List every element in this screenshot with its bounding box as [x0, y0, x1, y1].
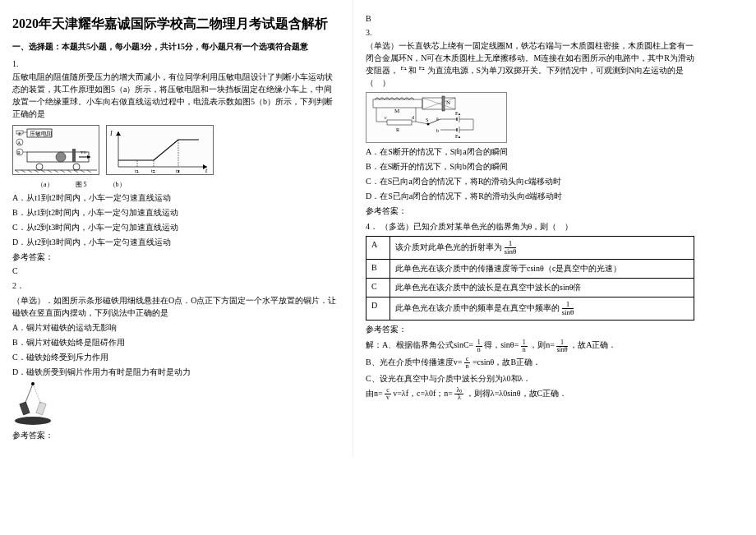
svg-text:R: R [396, 127, 399, 132]
svg-rect-27 [442, 96, 445, 111]
q4-body: （多选）已知介质对某单色光的临界角为θ，则（ ） [380, 222, 574, 231]
q4-expD-1: 由n= [366, 389, 383, 398]
q4-head: 4． （多选）已知介质对某单色光的临界角为θ，则（ ） [366, 220, 694, 233]
tick-t3: t₃ [176, 168, 180, 173]
q4-exp-d: 由n= c v v=λf，c=λ0f；n= λ₀ λ ，则得λ=λ0sinθ，故… [366, 387, 694, 401]
svg-text:E₁: E₁ [455, 111, 461, 116]
q4-rowA-text: 该介质对此单色光的折射率为 [395, 242, 502, 251]
q4-options-table: A 该介质对此单色光的折射率为 1 sinθ B 此单色光在该介质中的传播速度等… [366, 236, 694, 321]
svg-point-7 [56, 152, 66, 162]
q3-option-a: A．在S断开的情况下，S向a闭合的瞬间 [366, 146, 694, 158]
label-v0: v₀ [81, 149, 86, 155]
q4-expB-2: =csinθ，故B正确． [472, 357, 541, 367]
section-header: 一、选择题：本题共5小题，每小题3分，共计15分，每小题只有一个选项符合题意 [12, 41, 340, 53]
q3-E2: E₂ [419, 65, 425, 71]
table-row: A 该介质对此单色光的折射率为 1 sinθ [366, 237, 694, 260]
current-graph-icon: I t t₁ t₂ t₃ [108, 127, 211, 173]
axis-I: I [109, 130, 113, 137]
svg-text:b: b [436, 128, 439, 133]
q1-answer: C [12, 266, 340, 275]
tick-t1: t₁ [135, 168, 139, 173]
q3-E1: E₁ [401, 65, 407, 71]
q2-figure [12, 381, 53, 427]
svg-rect-22 [36, 402, 46, 415]
table-row: C 此单色光在该介质中的波长是在真空中波长的sinθ倍 [366, 279, 694, 297]
q4-expD-3: ，则得λ=λ0sinθ，故C正确． [466, 389, 567, 398]
q4-exp-b: B、光在介质中传播速度v= c n =csinθ，故B正确． [366, 356, 694, 370]
svg-line-19 [25, 384, 33, 404]
q4-rowA-label: A [366, 237, 390, 260]
q2-option-b: B．铜片对磁铁始终是阻碍作用 [12, 337, 340, 348]
q4-answer-label: 参考答案： [366, 324, 694, 335]
q1-option-d: D．从t2到t3时间内，小车一定匀速直线运动 [12, 237, 340, 248]
svg-text:N: N [446, 99, 450, 106]
q3-option-b: B．在S断开的情况下，S向b闭合的瞬间 [366, 161, 694, 173]
svg-rect-31 [387, 120, 412, 125]
cart-circuit-icon: E A R 压敏电阻 v₀ [15, 127, 97, 173]
label-R: R [17, 150, 21, 155]
q2-option-d: D．磁铁所受到铜片作用力有时是阻力有时是动力 [12, 367, 340, 378]
q4-expD-2: v=λf，c=λ0f；n= [393, 389, 453, 398]
q2-number: 2． [12, 280, 340, 292]
table-row: D 此单色光在该介质中的频率是在真空中频率的 1 sinθ [366, 297, 694, 321]
q4-rowB-text: 此单色光在该介质中的传播速度等于csinθ（c是真空中的光速） [390, 260, 694, 279]
q1-figure-row: E A R 压敏电阻 v₀ [12, 125, 340, 175]
q1-number: 1. [12, 59, 340, 68]
q4-rowB-label: B [366, 260, 390, 279]
left-column: 2020年天津耀华嘉诚国际学校高二物理月考试题含解析 一、选择题：本题共5小题，… [0, 0, 353, 457]
q1-option-a: A．从t1到t2时间内，小车一定匀速直线运动 [12, 192, 340, 204]
q1-fig-caption-row: （a） 图 5 （b） [37, 180, 340, 189]
q4-rowD-label: D [366, 297, 390, 321]
caption-a: （a） [37, 181, 53, 188]
q3-option-c: C．在S已向a闭合的情况下，将R的滑动头向c端移动时 [366, 176, 694, 187]
q2-option-c: C．磁铁始终受到斥力作用 [12, 352, 340, 363]
svg-rect-24 [373, 99, 422, 108]
svg-rect-8 [72, 149, 76, 162]
q4-number: 4． [366, 222, 378, 231]
caption-b: （b） [109, 181, 126, 188]
circuit-coil-icon: M N R c d S a b [366, 93, 506, 142]
caption-main: 图 5 [76, 181, 87, 188]
q4-rowC-label: C [366, 279, 390, 297]
axis-t: t [205, 167, 208, 173]
q3-number: 3. [366, 28, 694, 37]
svg-point-23 [15, 417, 51, 425]
svg-text:E₂: E₂ [455, 134, 461, 139]
q4-rowD-cell: 此单色光在该介质中的频率是在真空中频率的 1 sinθ [390, 297, 694, 321]
q1-figure-a: E A R 压敏电阻 v₀ [12, 125, 99, 175]
exam-title: 2020年天津耀华嘉诚国际学校高二物理月考试题含解析 [12, 16, 340, 33]
q4-rowA-cell: 该介质对此单色光的折射率为 1 sinθ [390, 237, 694, 260]
q4-exp-a: 解：A、根据临界角公式sinC= 1 n 得，sinθ= 1 n ，则n= 1 … [366, 339, 694, 353]
label-pressure: 压敏电阻 [30, 131, 53, 137]
q4-expA-1: 解：A、根据临界角公式sinC= [366, 340, 473, 349]
svg-text:M: M [394, 108, 400, 114]
q1-option-b: B．从t1到t2时间内，小车一定匀加速直线运动 [12, 207, 340, 219]
right-column: B 3. （单选）一长直铁芯上绕有一固定线圈M，铁芯右端与一木质圆柱密接，木质圆… [353, 0, 707, 457]
table-row: B 此单色光在该介质中的传播速度等于csinθ（c是真空中的光速） [366, 260, 694, 279]
q4-expA-4: ，故A正确． [569, 340, 616, 349]
svg-point-11 [73, 164, 80, 170]
q1-body: 压敏电阻的阻值随所受压力的增大而减小，有位同学利用压敏电阻设计了判断小车运动状态… [12, 71, 340, 120]
svg-point-10 [36, 164, 43, 170]
label-A: A [17, 141, 21, 145]
q1-figure-b: I t t₁ t₂ t₃ [106, 125, 214, 175]
q3-figure: M N R c d S a b [366, 92, 507, 143]
svg-line-20 [33, 384, 41, 404]
q4-rowC-text: 此单色光在该介质中的波长是在真空中波长的sinθ倍 [390, 279, 694, 297]
q1-option-c: C．从t2到t3时间内，小车一定匀加速直线运动 [12, 222, 340, 233]
svg-text:d: d [412, 115, 414, 120]
q2-answer: B [366, 14, 694, 23]
q2-option-a: A．铜片对磁铁的运动无影响 [12, 322, 340, 334]
svg-line-42 [428, 119, 440, 124]
q4-expA-2: 得，sinθ= [484, 340, 519, 349]
q2-body: （单选）．如图所示条形磁铁用细线悬挂在O点．O点正下方固定一个水平放置的铜片．让… [12, 294, 340, 319]
tick-t2: t₂ [151, 168, 155, 173]
q3-body-part2: 和 [408, 66, 417, 75]
q4-exp-c: C、设光在真空中与介质中波长分别为λ0和λ． [366, 372, 694, 385]
q4-expB-1: B、光在介质中传播速度v= [366, 357, 462, 367]
q1-answer-label: 参考答案： [12, 251, 340, 263]
q3-answer-label: 参考答案： [366, 205, 694, 217]
q3-body: （单选）一长直铁芯上绕有一固定线圈M，铁芯右端与一木质圆柱密接，木质圆柱上套有一… [366, 39, 694, 89]
svg-text:c: c [385, 115, 387, 120]
svg-text:S: S [426, 118, 428, 122]
